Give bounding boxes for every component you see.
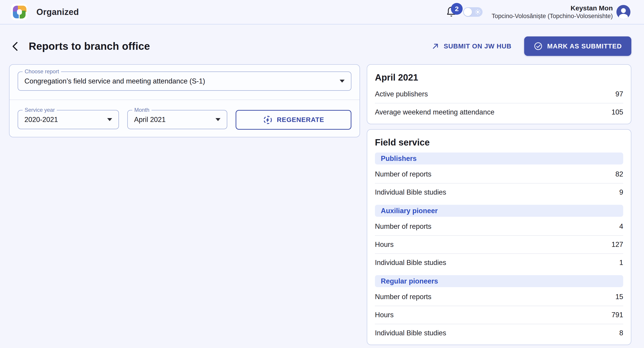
page-actions: SUBMIT ON JW HUB MARK AS SUBMITTED	[432, 37, 631, 56]
header-left: Organized	[11, 4, 79, 20]
month-summary-card: April 2021 Active publishers 97 Average …	[367, 64, 631, 124]
section-header-regular-pioneers: Regular pioneers	[375, 275, 623, 287]
row-value: 791	[612, 311, 623, 319]
publishers-rows: Number of reports 82 Individual Bible st…	[375, 165, 623, 201]
toggle-knob	[464, 8, 472, 16]
submit-on-jw-hub-button[interactable]: SUBMIT ON JW HUB	[432, 42, 512, 50]
row-label: Hours	[375, 311, 394, 319]
user-info: Keystan Mon Topcino-Volosăniște (Topchin…	[492, 4, 613, 20]
mark-as-submitted-button[interactable]: MARK AS SUBMITTED	[524, 37, 631, 56]
form-divider	[10, 100, 360, 100]
theme-toggle[interactable]	[463, 7, 482, 17]
sun-icon	[475, 9, 481, 15]
notification-badge: 2	[451, 3, 463, 15]
month-summary-rows: Active publishers 97 Average weekend mee…	[375, 85, 623, 121]
choose-report-value: Congregation’s field service and meeting…	[24, 77, 205, 85]
table-row: Individual Bible studies 8	[375, 324, 623, 342]
row-value: 1	[619, 259, 623, 267]
report-form-card: Choose report Congregation’s field servi…	[9, 64, 360, 137]
section-header-publishers: Publishers	[375, 153, 623, 165]
user-avatar[interactable]	[616, 5, 630, 19]
form-row: Service year 2020-2021 Month April 2021 …	[18, 110, 352, 130]
back-button[interactable]	[10, 40, 22, 52]
summary-row: Average weekend meeting attendance 105	[375, 103, 623, 121]
choose-report-select[interactable]: Choose report Congregation’s field servi…	[18, 72, 352, 91]
page-title: Reports to branch office	[29, 40, 150, 52]
auxiliary-pioneer-rows: Number of reports 4 Hours 127 Individual…	[375, 218, 623, 271]
month-summary-title: April 2021	[375, 72, 623, 83]
table-row: Hours 791	[375, 306, 623, 324]
row-label: Individual Bible studies	[375, 188, 446, 196]
row-value: 97	[616, 90, 623, 98]
month-value: April 2021	[134, 116, 166, 124]
app-header: Organized 2 Keystan Mon Top	[0, 0, 644, 25]
avatar-icon	[616, 5, 630, 19]
page-title-row: Reports to branch office SUBMIT ON JW HU…	[10, 36, 631, 56]
regenerate-button[interactable]: REGENERATE	[236, 110, 352, 130]
table-row: Hours 127	[375, 235, 623, 253]
field-service-title: Field service	[375, 137, 623, 148]
service-year-select[interactable]: Service year 2020-2021	[18, 110, 119, 129]
regenerate-label: REGENERATE	[277, 116, 324, 124]
row-label: Hours	[375, 240, 394, 249]
row-label: Average weekend meeting attendance	[375, 108, 494, 116]
notifications-button[interactable]: 2	[446, 6, 457, 18]
row-label: Individual Bible studies	[375, 259, 446, 267]
report-summary-column: April 2021 Active publishers 97 Average …	[367, 64, 631, 345]
row-value: 4	[619, 222, 623, 231]
service-year-label: Service year	[22, 107, 57, 113]
user-name: Keystan Mon	[492, 4, 613, 12]
main-content: Choose report Congregation’s field servi…	[0, 64, 644, 345]
caret-down-icon	[340, 80, 344, 83]
back-icon	[10, 41, 21, 52]
caret-down-icon	[107, 118, 112, 121]
row-value: 105	[612, 108, 623, 116]
check-circle-icon	[534, 42, 543, 51]
field-service-card: Field service Publishers Number of repor…	[367, 129, 631, 345]
submit-on-jw-hub-label: SUBMIT ON JW HUB	[444, 43, 512, 50]
row-label: Number of reports	[375, 222, 432, 231]
table-row: Individual Bible studies 9	[375, 183, 623, 201]
regular-pioneers-rows: Number of reports 15 Hours 791 Individua…	[375, 288, 623, 342]
app-logo-icon	[11, 4, 27, 20]
section-header-auxiliary-pioneer: Auxiliary pioneer	[375, 205, 623, 217]
row-value: 127	[612, 240, 623, 249]
choose-report-label: Choose report	[22, 68, 61, 75]
table-row: Individual Bible studies 1	[375, 253, 623, 271]
row-label: Number of reports	[375, 293, 432, 301]
row-value: 9	[619, 188, 623, 196]
table-row: Number of reports 4	[375, 218, 623, 235]
app-name: Organized	[36, 7, 79, 17]
month-label: Month	[132, 107, 152, 113]
regenerate-icon	[263, 115, 273, 125]
table-row: Number of reports 82	[375, 165, 623, 183]
row-label: Number of reports	[375, 170, 432, 178]
month-select[interactable]: Month April 2021	[127, 110, 227, 129]
caret-down-icon	[216, 118, 220, 121]
row-value: 8	[619, 329, 623, 337]
table-row: Number of reports 15	[375, 288, 623, 306]
row-value: 15	[616, 293, 623, 301]
summary-row: Active publishers 97	[375, 85, 623, 103]
header-right: 2 Keystan Mon Topcino-Volosăniște (Topch…	[446, 4, 630, 20]
mark-as-submitted-label: MARK AS SUBMITTED	[547, 43, 622, 50]
user-congregation: Topcino-Volosăniște (Topchino-Volosenish…	[492, 13, 613, 20]
service-year-value: 2020-2021	[24, 116, 58, 124]
row-value: 82	[616, 170, 623, 178]
external-arrow-icon	[432, 42, 440, 50]
row-label: Individual Bible studies	[375, 329, 446, 337]
row-label: Active publishers	[375, 90, 428, 98]
